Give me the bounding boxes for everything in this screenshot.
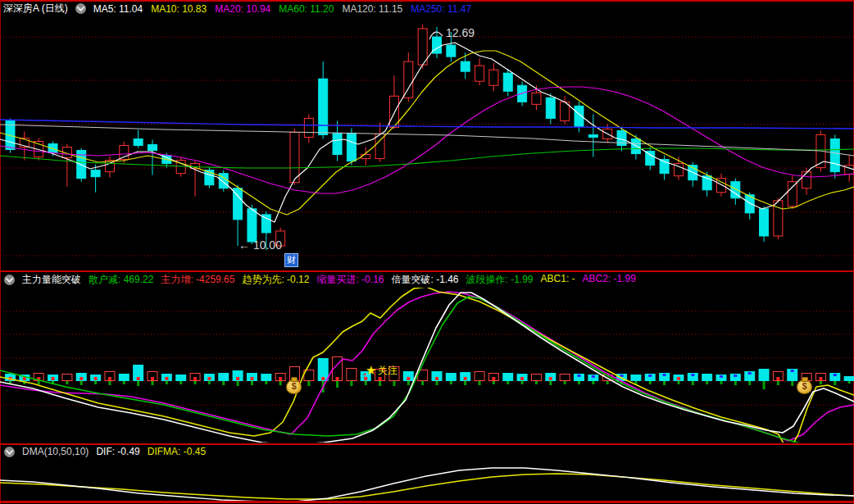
watch-signal-label: 关注 bbox=[378, 366, 397, 376]
hist-bar bbox=[204, 374, 215, 384]
stock-chart-window: 深深房A (日线) MA5: 11.04MA10: 10.83MA20: 10.… bbox=[0, 0, 854, 504]
hist-bar bbox=[844, 376, 854, 384]
hist-bar bbox=[716, 375, 727, 384]
moneybag-icon: $ bbox=[797, 379, 812, 394]
candle bbox=[389, 75, 398, 129]
dma-values: DIF: -0.49DIFMA: -0.45 bbox=[96, 446, 206, 457]
hist-bar bbox=[773, 372, 783, 386]
ma-MA60: MA60: 11.20 bbox=[279, 3, 334, 15]
candle bbox=[830, 134, 839, 178]
indicator-缩量买进: 缩量买进: -0.16 bbox=[316, 273, 384, 287]
hist-bar bbox=[574, 374, 584, 384]
low-price-label: ← 10.00 bbox=[238, 238, 282, 252]
buy-arrow-icon: ↑ bbox=[361, 370, 368, 383]
hist-bar bbox=[105, 372, 115, 386]
ma-MA20: MA20: 10.94 bbox=[215, 3, 270, 15]
indicator-ABC2: ABC2: -1.99 bbox=[583, 273, 636, 287]
ma-values: MA5: 11.04MA10: 10.83MA20: 10.94MA60: 11… bbox=[93, 3, 471, 15]
candle bbox=[702, 172, 711, 197]
hist-bar bbox=[688, 373, 698, 385]
panel-separator bbox=[0, 443, 854, 445]
hist-bar bbox=[148, 372, 157, 386]
candle bbox=[176, 157, 185, 177]
hist-bar bbox=[659, 373, 670, 385]
hist-bar bbox=[161, 374, 172, 384]
series-line bbox=[0, 288, 854, 443]
candle bbox=[788, 176, 797, 209]
hist-bar bbox=[133, 365, 143, 386]
bottom-border bbox=[0, 501, 854, 503]
indicator-趋势为先: 趋势为先: -0.12 bbox=[242, 273, 309, 287]
series-line bbox=[0, 468, 854, 502]
volume-energy-chart[interactable] bbox=[0, 288, 854, 443]
indicator-values: 散户减: 469.22主力增: -4259.65趋势为先: -0.12缩量买进:… bbox=[89, 273, 636, 287]
candle bbox=[489, 63, 498, 91]
candle bbox=[219, 170, 228, 192]
hist-bar bbox=[261, 374, 271, 384]
candle bbox=[347, 128, 356, 165]
candle bbox=[375, 122, 384, 161]
hist-bar bbox=[460, 372, 470, 385]
moneybag-icon: $ bbox=[286, 379, 302, 394]
candle bbox=[304, 114, 313, 143]
fortune-badge: 财 bbox=[284, 253, 298, 267]
dma-chart[interactable] bbox=[0, 459, 854, 502]
candle bbox=[134, 129, 143, 148]
hist-bar bbox=[702, 374, 712, 384]
hist-bar bbox=[432, 371, 443, 385]
dma-name: DMA(10,50,10) bbox=[22, 446, 89, 457]
series-line bbox=[0, 293, 854, 443]
hist-bar bbox=[76, 373, 87, 385]
hist-bar bbox=[744, 371, 755, 385]
chevron-down-icon[interactable] bbox=[4, 275, 15, 285]
dma-DIFMA: DIFMA: -0.45 bbox=[148, 446, 206, 457]
hist-bar bbox=[502, 373, 513, 384]
chevron-down-icon[interactable] bbox=[4, 447, 15, 457]
series-line bbox=[0, 43, 854, 222]
candle bbox=[802, 168, 811, 195]
hist-bar bbox=[560, 375, 570, 385]
main-price-chart[interactable]: 12.69← 10.00 bbox=[0, 15, 854, 270]
hist-bar bbox=[119, 374, 129, 384]
hist-bar bbox=[190, 374, 200, 385]
candle bbox=[503, 69, 512, 96]
hist-bar bbox=[90, 375, 101, 384]
indicator-name: 主力量能突破 bbox=[22, 273, 81, 287]
hist-bar bbox=[545, 373, 556, 385]
chevron-down-icon[interactable] bbox=[75, 3, 86, 14]
candle bbox=[760, 207, 769, 242]
ma-MA120: MA120: 11.15 bbox=[342, 3, 402, 15]
hist-bar bbox=[588, 375, 598, 384]
candle bbox=[105, 157, 114, 178]
indicator-散户减: 散户减: 469.22 bbox=[89, 273, 153, 287]
hist-bar bbox=[175, 375, 186, 384]
candle bbox=[234, 185, 243, 246]
indicator-ABC1: ABC1: - bbox=[541, 273, 575, 287]
candle bbox=[546, 93, 555, 124]
hist-bar bbox=[446, 373, 457, 384]
ma-MA250: MA250: 11.47 bbox=[411, 3, 471, 15]
hist-bar bbox=[531, 375, 541, 385]
hist-bar bbox=[517, 374, 528, 384]
candle bbox=[62, 144, 71, 187]
hist-bar bbox=[62, 375, 72, 385]
hist-bar bbox=[275, 374, 285, 386]
series-line bbox=[0, 474, 854, 499]
peak-price-label: 12.69 bbox=[446, 26, 475, 39]
candle bbox=[205, 167, 214, 188]
top-border bbox=[0, 0, 854, 2]
hist-bar bbox=[815, 374, 825, 385]
indicator-倍量突破: 倍量突破: -1.46 bbox=[391, 273, 458, 287]
hist-bar bbox=[233, 370, 243, 386]
candle bbox=[418, 25, 427, 69]
ma-MA10: MA10: 10.83 bbox=[151, 3, 207, 15]
candle bbox=[660, 156, 669, 180]
indicator-header: 主力量能突破 散户减: 469.22主力增: -4259.65趋势为先: -0.… bbox=[4, 273, 636, 286]
dma-DIF: DIF: -0.49 bbox=[96, 446, 139, 457]
hist-bar bbox=[673, 375, 684, 384]
hist-bar bbox=[218, 373, 229, 385]
dma-header: DMA(10,50,10) DIF: -0.49DIFMA: -0.45 bbox=[4, 446, 206, 457]
hist-bar bbox=[475, 372, 484, 386]
stock-title: 深深房A (日线) bbox=[3, 2, 68, 16]
candle bbox=[319, 61, 328, 138]
